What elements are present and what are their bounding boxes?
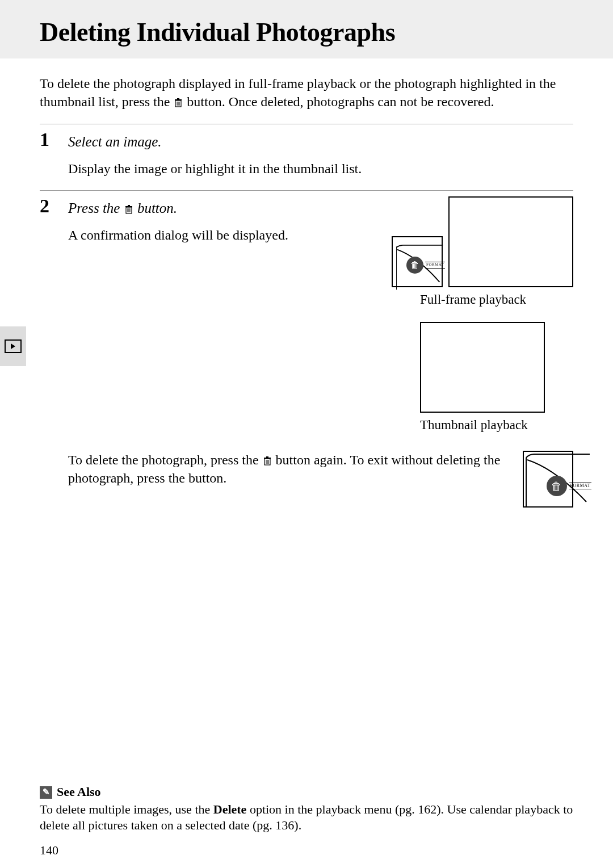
step-title-pre: Press the <box>68 200 124 216</box>
svg-rect-2 <box>177 98 179 99</box>
figure-column: 🗑 FORMAT Full-frame playback Thu <box>392 196 573 434</box>
pencil-icon: ✎ <box>40 786 52 799</box>
separator <box>40 190 573 191</box>
step-title: Press the button. <box>68 196 378 218</box>
fullframe-screen-figure <box>448 196 573 287</box>
format-label: FORMAT <box>425 262 445 268</box>
section-tab <box>0 326 26 366</box>
content-area: To delete the photograph displayed in fu… <box>0 58 613 508</box>
svg-rect-1 <box>175 99 182 100</box>
format-label: FORMAT <box>569 483 591 490</box>
delete-button-figure-large: 🗑 FORMAT <box>523 451 573 508</box>
delete-button-figure: 🗑 FORMAT <box>392 236 443 287</box>
figure-caption: Full-frame playback <box>363 291 602 308</box>
delete-icon <box>262 452 272 467</box>
delete-icon <box>124 200 134 216</box>
step-number: 2 <box>40 196 68 216</box>
see-also-bold: Delete <box>213 802 247 816</box>
see-also-section: ✎ See Also To delete multiple images, us… <box>40 784 573 834</box>
title-band: Deleting Individual Photographs <box>0 0 613 58</box>
step-continuation-text: To delete the photograph, press the butt… <box>68 451 506 488</box>
step-1: 1 Select an image. Display the image or … <box>40 130 573 178</box>
step-2: 2 Press the button. A confirmation dialo… <box>40 196 573 508</box>
page-title: Deleting Individual Photographs <box>40 17 573 47</box>
thumbnail-screen-figure <box>420 322 545 413</box>
intro-paragraph: To delete the photograph displayed in fu… <box>40 74 573 111</box>
separator <box>40 124 573 124</box>
cont-post: button. <box>188 471 226 485</box>
step-body: Select an image. Display the image or hi… <box>68 130 573 178</box>
delete-icon <box>173 94 183 109</box>
trash-icon: 🗑 <box>547 476 567 496</box>
step-text: Display the image or highlight it in the… <box>68 160 573 178</box>
trash-icon: 🗑 <box>406 257 423 274</box>
playback-icon <box>5 339 22 353</box>
step-title-post: button. <box>134 200 177 216</box>
step-number: 1 <box>40 130 68 149</box>
page: Deleting Individual Photographs To delet… <box>0 0 613 868</box>
step-title: Select an image. <box>68 130 573 152</box>
see-also-heading: ✎ See Also <box>40 784 573 800</box>
svg-rect-13 <box>264 458 271 459</box>
figure-caption: Thumbnail playback <box>420 416 545 434</box>
intro-text-2: button. Once deleted, photographs can no… <box>183 94 494 109</box>
see-also-pre: To delete multiple images, use the <box>40 802 213 816</box>
step-body: Press the button. A confirmation dialog … <box>68 196 573 508</box>
see-also-label: See Also <box>57 784 101 800</box>
svg-rect-8 <box>128 205 130 206</box>
svg-rect-7 <box>125 206 132 207</box>
page-number: 140 <box>40 843 58 858</box>
see-also-text: To delete multiple images, use the Delet… <box>40 802 573 834</box>
step-text: A confirmation dialog will be displayed. <box>68 226 378 244</box>
cont-pre: To delete the photograph, press the <box>68 452 262 467</box>
svg-rect-14 <box>266 456 268 458</box>
